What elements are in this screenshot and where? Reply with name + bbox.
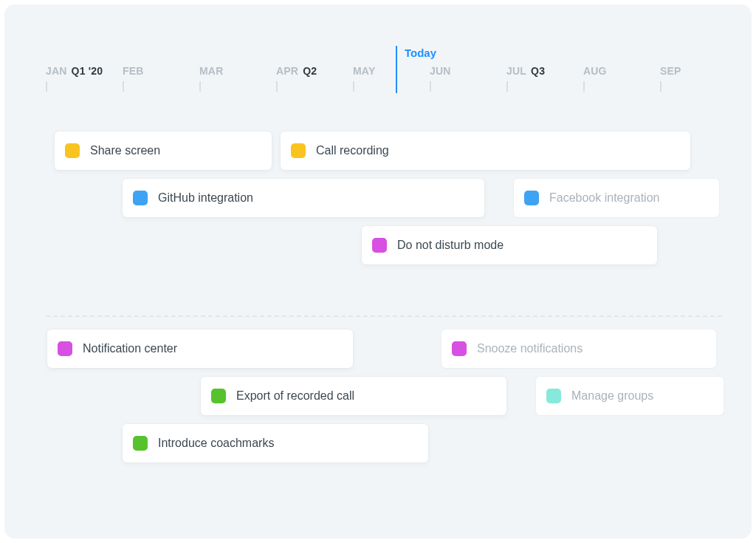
tick-mark [276,81,278,92]
month-text: FEB [123,65,144,77]
month-label: AUG [583,65,607,77]
card-label: GitHub integration [158,191,253,205]
roadmap-card[interactable]: Notification center [47,329,353,368]
category-swatch-icon [452,341,467,356]
month-label: JUN [430,65,451,77]
quarter-text: Q2 [303,65,317,77]
category-swatch-icon [524,191,539,205]
month-text: MAR [199,65,223,77]
roadmap-card[interactable]: Snooze notifications [441,329,716,368]
card-label: Export of recorded call [236,389,354,403]
category-swatch-icon [291,143,306,158]
month-text: SEP [660,65,681,77]
card-label: Do not disturb mode [397,239,504,252]
category-swatch-icon [133,191,148,205]
month-label: FEB [123,65,144,77]
roadmap-card[interactable]: Introduce coachmarks [123,424,428,462]
category-swatch-icon [65,143,80,158]
roadmap-card[interactable]: Export of recorded call [201,377,506,415]
today-label: Today [405,47,436,59]
month-text: JAN [46,65,67,77]
roadmap-card[interactable]: Facebook integration [514,179,719,217]
month-label: MAY [353,65,375,77]
month-label: SEP [660,65,681,77]
quarter-text: Q3 [531,65,545,77]
tick-mark [123,81,124,92]
month-label: MAR [199,65,223,77]
roadmap-card[interactable]: Call recording [281,132,690,170]
card-label: Notification center [83,342,177,355]
card-label: Call recording [316,144,389,157]
card-label: Share screen [90,144,160,157]
month-text: MAY [353,65,375,77]
category-swatch-icon [372,238,387,253]
tick-mark [506,81,508,92]
month-label: JULQ3 [506,65,545,77]
today-marker [396,46,397,93]
quarter-text: Q1 '20 [72,65,103,77]
card-label: Facebook integration [549,191,659,205]
tick-mark [46,81,47,92]
roadmap-board: Today JANQ1 '20FEBMARAPRQ2MAYJUNJULQ3AUG… [4,4,752,539]
category-swatch-icon [211,389,226,403]
tick-mark [660,81,662,92]
card-label: Introduce coachmarks [158,437,274,450]
group-divider [46,315,722,317]
roadmap-card[interactable]: Share screen [55,132,272,170]
tick-mark [199,81,201,92]
card-label: Manage groups [571,389,653,403]
month-text: AUG [583,65,607,77]
tick-mark [583,81,585,92]
month-label: JANQ1 '20 [46,65,103,77]
card-label: Snooze notifications [477,342,583,355]
roadmap-card[interactable]: Do not disturb mode [362,226,657,264]
timeline-header: Today JANQ1 '20FEBMARAPRQ2MAYJUNJULQ3AUG… [4,49,752,100]
category-swatch-icon [546,389,561,403]
roadmap-card[interactable]: GitHub integration [123,179,484,217]
month-text: JUN [430,65,451,77]
category-swatch-icon [133,436,148,451]
category-swatch-icon [58,341,72,356]
month-label: APRQ2 [276,65,317,77]
month-text: JUL [506,65,526,77]
tick-mark [353,81,354,92]
roadmap-card[interactable]: Manage groups [536,377,724,415]
tick-mark [430,81,431,92]
month-text: APR [276,65,298,77]
